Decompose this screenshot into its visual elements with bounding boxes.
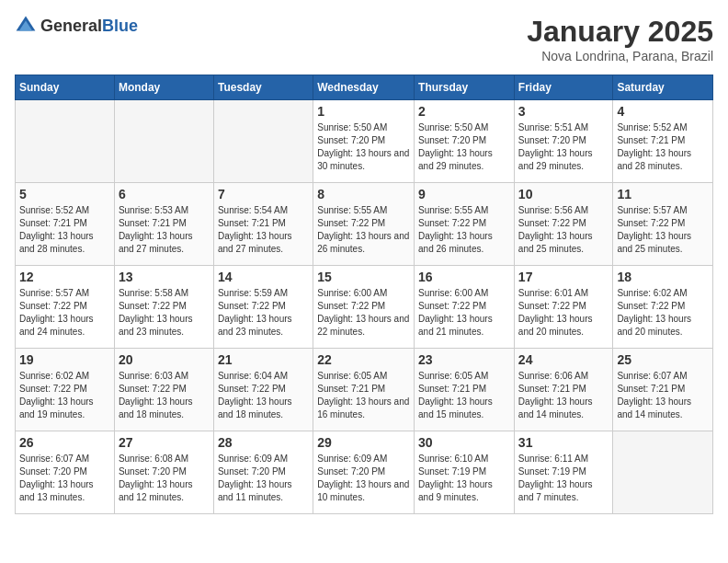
day-info: Sunrise: 5:52 AMSunset: 7:21 PMDaylight:… xyxy=(19,204,110,256)
day-number: 24 xyxy=(518,352,609,367)
calendar-cell: 2Sunrise: 5:50 AMSunset: 7:20 PMDaylight… xyxy=(415,100,515,183)
logo-blue: Blue xyxy=(102,17,138,35)
calendar-cell: 16Sunrise: 6:00 AMSunset: 7:22 PMDayligh… xyxy=(415,266,515,349)
weekday-header-tuesday: Tuesday xyxy=(213,75,313,100)
calendar-cell: 30Sunrise: 6:10 AMSunset: 7:19 PMDayligh… xyxy=(415,431,515,514)
day-info: Sunrise: 6:11 AMSunset: 7:19 PMDaylight:… xyxy=(518,453,609,504)
day-number: 12 xyxy=(19,270,110,284)
day-number: 31 xyxy=(518,435,609,450)
day-info: Sunrise: 6:09 AMSunset: 7:20 PMDaylight:… xyxy=(317,453,410,504)
day-number: 7 xyxy=(218,187,309,201)
day-info: Sunrise: 6:10 AMSunset: 7:19 PMDaylight:… xyxy=(418,453,510,504)
calendar-week-row: 19Sunrise: 6:02 AMSunset: 7:22 PMDayligh… xyxy=(16,349,713,431)
day-number: 18 xyxy=(617,270,709,284)
day-info: Sunrise: 6:00 AMSunset: 7:22 PMDaylight:… xyxy=(317,287,410,339)
day-number: 8 xyxy=(317,187,410,201)
calendar-cell: 3Sunrise: 5:51 AMSunset: 7:20 PMDaylight… xyxy=(514,100,613,183)
day-number: 11 xyxy=(617,187,709,201)
day-info: Sunrise: 6:07 AMSunset: 7:20 PMDaylight:… xyxy=(19,453,110,504)
day-number: 28 xyxy=(218,435,309,450)
day-info: Sunrise: 6:03 AMSunset: 7:22 PMDaylight:… xyxy=(119,370,210,421)
logo-icon xyxy=(15,15,37,37)
location-subtitle: Nova Londrina, Parana, Brazil xyxy=(527,49,713,63)
weekday-header-saturday: Saturday xyxy=(613,75,713,100)
calendar-cell: 24Sunrise: 6:06 AMSunset: 7:21 PMDayligh… xyxy=(514,349,613,431)
day-number: 9 xyxy=(418,187,510,201)
day-info: Sunrise: 5:52 AMSunset: 7:21 PMDaylight:… xyxy=(617,121,709,173)
day-number: 23 xyxy=(418,352,510,367)
calendar-cell: 14Sunrise: 5:59 AMSunset: 7:22 PMDayligh… xyxy=(213,266,313,349)
title-block: January 2025 Nova Londrina, Parana, Braz… xyxy=(527,15,713,63)
calendar-cell: 21Sunrise: 6:04 AMSunset: 7:22 PMDayligh… xyxy=(213,349,313,431)
calendar-cell: 31Sunrise: 6:11 AMSunset: 7:19 PMDayligh… xyxy=(514,431,613,514)
weekday-header-monday: Monday xyxy=(114,75,213,100)
weekday-header-friday: Friday xyxy=(514,75,613,100)
calendar-cell: 17Sunrise: 6:01 AMSunset: 7:22 PMDayligh… xyxy=(514,266,613,349)
day-number: 15 xyxy=(317,270,410,284)
day-info: Sunrise: 6:05 AMSunset: 7:21 PMDaylight:… xyxy=(317,370,410,421)
day-number: 5 xyxy=(19,187,110,201)
day-number: 27 xyxy=(119,435,210,450)
day-info: Sunrise: 6:05 AMSunset: 7:21 PMDaylight:… xyxy=(418,370,510,421)
calendar-cell: 6Sunrise: 5:53 AMSunset: 7:21 PMDaylight… xyxy=(114,183,213,266)
calendar-cell xyxy=(114,100,213,183)
day-info: Sunrise: 6:08 AMSunset: 7:20 PMDaylight:… xyxy=(119,453,210,504)
day-info: Sunrise: 5:57 AMSunset: 7:22 PMDaylight:… xyxy=(19,287,110,339)
day-number: 13 xyxy=(119,270,210,284)
calendar-cell: 19Sunrise: 6:02 AMSunset: 7:22 PMDayligh… xyxy=(16,349,115,431)
day-info: Sunrise: 5:59 AMSunset: 7:22 PMDaylight:… xyxy=(218,287,309,339)
calendar-week-row: 5Sunrise: 5:52 AMSunset: 7:21 PMDaylight… xyxy=(16,183,713,266)
day-number: 6 xyxy=(119,187,210,201)
day-number: 17 xyxy=(518,270,609,284)
calendar-cell: 9Sunrise: 5:55 AMSunset: 7:22 PMDaylight… xyxy=(415,183,515,266)
calendar-cell: 11Sunrise: 5:57 AMSunset: 7:22 PMDayligh… xyxy=(613,183,713,266)
day-number: 10 xyxy=(518,187,609,201)
calendar-week-row: 12Sunrise: 5:57 AMSunset: 7:22 PMDayligh… xyxy=(16,266,713,349)
day-number: 3 xyxy=(518,104,609,119)
day-info: Sunrise: 5:56 AMSunset: 7:22 PMDaylight:… xyxy=(518,204,609,256)
day-number: 30 xyxy=(418,435,510,450)
calendar-cell xyxy=(16,100,115,183)
day-info: Sunrise: 6:00 AMSunset: 7:22 PMDaylight:… xyxy=(418,287,510,339)
day-info: Sunrise: 5:55 AMSunset: 7:22 PMDaylight:… xyxy=(317,204,410,256)
day-info: Sunrise: 5:50 AMSunset: 7:20 PMDaylight:… xyxy=(317,121,410,173)
day-info: Sunrise: 6:07 AMSunset: 7:21 PMDaylight:… xyxy=(617,370,709,421)
day-info: Sunrise: 5:50 AMSunset: 7:20 PMDaylight:… xyxy=(418,121,510,173)
weekday-header-row: SundayMondayTuesdayWednesdayThursdayFrid… xyxy=(16,75,713,100)
calendar-cell: 5Sunrise: 5:52 AMSunset: 7:21 PMDaylight… xyxy=(16,183,115,266)
calendar-cell: 18Sunrise: 6:02 AMSunset: 7:22 PMDayligh… xyxy=(613,266,713,349)
calendar-cell: 12Sunrise: 5:57 AMSunset: 7:22 PMDayligh… xyxy=(16,266,115,349)
day-info: Sunrise: 6:02 AMSunset: 7:22 PMDaylight:… xyxy=(19,370,110,421)
logo: GeneralBlue xyxy=(15,15,138,37)
day-number: 26 xyxy=(19,435,110,450)
day-info: Sunrise: 5:55 AMSunset: 7:22 PMDaylight:… xyxy=(418,204,510,256)
day-info: Sunrise: 5:58 AMSunset: 7:22 PMDaylight:… xyxy=(119,287,210,339)
day-number: 16 xyxy=(418,270,510,284)
day-info: Sunrise: 5:53 AMSunset: 7:21 PMDaylight:… xyxy=(119,204,210,256)
day-number: 21 xyxy=(218,352,309,367)
day-number: 25 xyxy=(617,352,709,367)
calendar-cell: 22Sunrise: 6:05 AMSunset: 7:21 PMDayligh… xyxy=(313,349,415,431)
calendar-week-row: 26Sunrise: 6:07 AMSunset: 7:20 PMDayligh… xyxy=(16,431,713,514)
day-number: 1 xyxy=(317,104,410,119)
day-info: Sunrise: 5:57 AMSunset: 7:22 PMDaylight:… xyxy=(617,204,709,256)
calendar-table: SundayMondayTuesdayWednesdayThursdayFrid… xyxy=(15,75,713,514)
calendar-cell: 8Sunrise: 5:55 AMSunset: 7:22 PMDaylight… xyxy=(313,183,415,266)
month-title: January 2025 xyxy=(527,15,713,49)
weekday-header-thursday: Thursday xyxy=(415,75,515,100)
calendar-cell: 13Sunrise: 5:58 AMSunset: 7:22 PMDayligh… xyxy=(114,266,213,349)
weekday-header-sunday: Sunday xyxy=(16,75,115,100)
day-number: 4 xyxy=(617,104,709,119)
day-info: Sunrise: 6:01 AMSunset: 7:22 PMDaylight:… xyxy=(518,287,609,339)
weekday-header-wednesday: Wednesday xyxy=(313,75,415,100)
calendar-cell: 23Sunrise: 6:05 AMSunset: 7:21 PMDayligh… xyxy=(415,349,515,431)
day-info: Sunrise: 6:09 AMSunset: 7:20 PMDaylight:… xyxy=(218,453,309,504)
day-info: Sunrise: 5:54 AMSunset: 7:21 PMDaylight:… xyxy=(218,204,309,256)
calendar-cell: 20Sunrise: 6:03 AMSunset: 7:22 PMDayligh… xyxy=(114,349,213,431)
calendar-cell: 28Sunrise: 6:09 AMSunset: 7:20 PMDayligh… xyxy=(213,431,313,514)
calendar-cell: 1Sunrise: 5:50 AMSunset: 7:20 PMDaylight… xyxy=(313,100,415,183)
calendar-week-row: 1Sunrise: 5:50 AMSunset: 7:20 PMDaylight… xyxy=(16,100,713,183)
calendar-cell: 4Sunrise: 5:52 AMSunset: 7:21 PMDaylight… xyxy=(613,100,713,183)
page-header: GeneralBlue January 2025 Nova Londrina, … xyxy=(15,15,713,63)
day-number: 14 xyxy=(218,270,309,284)
